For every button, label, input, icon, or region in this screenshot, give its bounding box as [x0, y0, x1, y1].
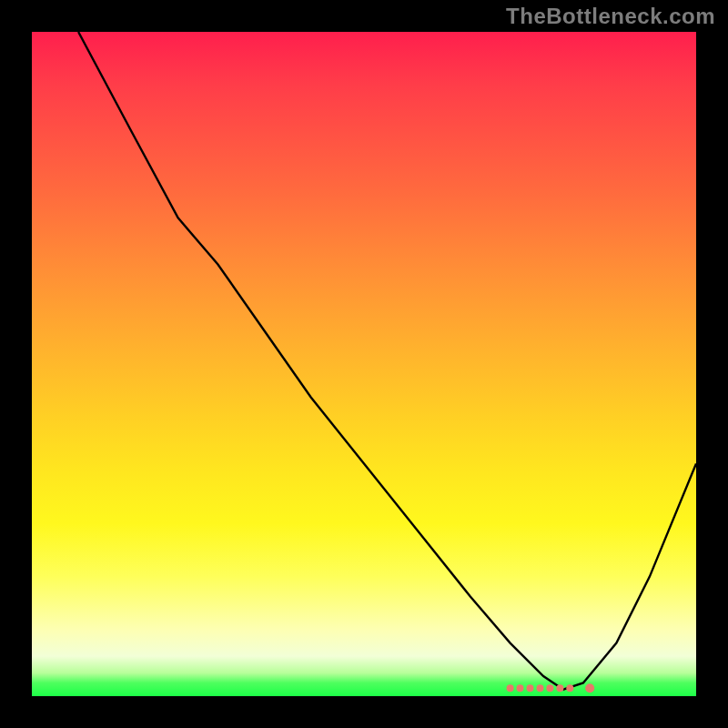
plot-area [32, 32, 696, 696]
watermark-text: TheBottleneck.com [506, 4, 715, 29]
chart-frame: TheBottleneck.com [0, 0, 728, 728]
marker-dot [537, 684, 544, 692]
chart-svg [32, 32, 696, 696]
marker-dot [556, 684, 563, 692]
marker-dot [585, 683, 594, 693]
marker-dot [566, 684, 573, 692]
curve-line [78, 32, 696, 690]
marker-dot [507, 684, 514, 692]
marker-dot [527, 684, 534, 692]
min-band-markers [507, 683, 595, 693]
marker-dot [517, 684, 524, 692]
marker-dot [546, 684, 553, 692]
